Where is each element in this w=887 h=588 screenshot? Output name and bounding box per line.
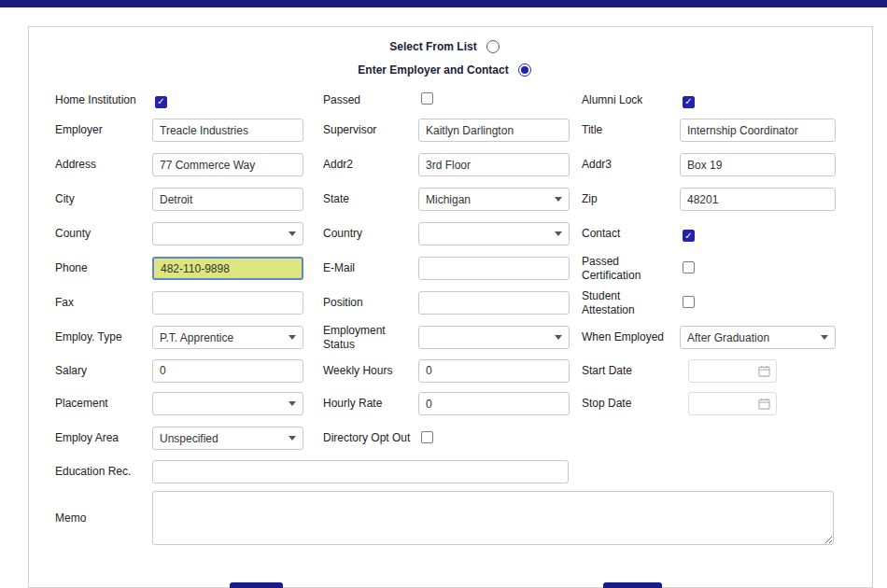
employer-label: Employer [55,123,152,137]
weekly-hours-input[interactable] [418,359,570,383]
addr3-label: Addr3 [582,158,680,172]
city-input[interactable] [152,188,303,211]
stop-date-label: Stop Date [582,397,680,411]
hourly-rate-label: Hourly Rate [323,397,418,411]
form-row: Address Addr2 Addr3 [55,147,834,182]
position-input[interactable] [418,291,570,315]
when-employed-select[interactable]: After Graduation [680,326,836,349]
reset-button[interactable]: Reset [230,582,283,588]
form-row: Employer Supervisor Title [55,113,834,147]
passed-label: Passed [323,93,418,107]
country-select[interactable] [418,222,570,245]
form-row: Phone E-Mail Passed Certification [55,251,834,286]
calendar-icon [758,398,770,410]
form-row: Fax Position Student Attestation [55,286,834,320]
education-rec-input[interactable] [152,460,569,483]
chevron-down-icon [289,231,296,236]
county-label: County [55,227,152,241]
fax-label: Fax [55,296,152,310]
student-attestation-label: Student Attestation [582,289,680,317]
chevron-down-icon [555,335,562,340]
form-row: Education Rec. [55,455,834,487]
form-row: Home Institution Passed Alumni Lock [55,87,834,113]
form-row: City State Michigan Zip [55,182,834,217]
alumni-lock-checkbox[interactable] [683,96,695,108]
zip-input[interactable] [680,188,836,211]
when-employed-label: When Employed [582,330,680,344]
addr3-input[interactable] [680,153,836,176]
employment-status-label: Employment Status [323,324,418,352]
employment-status-select[interactable] [418,326,570,349]
employer-input[interactable] [152,119,303,142]
form-actions: Reset Submit [55,549,834,588]
chevron-down-icon [555,197,562,202]
supervisor-input[interactable] [418,119,570,142]
form-body: Home Institution Passed Alumni Lock Empl… [55,87,834,549]
passed-certification-checkbox[interactable] [683,261,695,273]
employ-area-label: Employ Area [55,431,152,445]
directory-opt-out-label: Directory Opt Out [323,431,418,445]
form-row: Employ Area Unspecified Directory Opt Ou… [55,421,834,455]
start-date-label: Start Date [582,364,680,378]
student-attestation-checkbox[interactable] [683,296,695,308]
supervisor-label: Supervisor [323,123,418,137]
email-input[interactable] [418,257,570,280]
enter-employer-radio[interactable] [518,63,531,77]
submit-button[interactable]: Submit [603,582,662,588]
employ-area-select[interactable]: Unspecified [152,427,303,450]
enter-employer-row: Enter Employer and Contact [55,58,834,81]
fax-input[interactable] [152,291,303,315]
memo-label: Memo [55,511,152,525]
county-select[interactable] [152,222,303,245]
title-input[interactable] [680,119,836,142]
salary-input[interactable] [152,359,303,383]
address-label: Address [55,158,152,172]
when-employed-select-value: After Graduation [687,331,769,344]
employ-type-label: Employ. Type [55,330,152,344]
contact-checkbox[interactable] [683,230,695,242]
chevron-down-icon [289,436,296,441]
employ-type-select-value: P.T. Apprentice [160,331,233,344]
passed-certification-label: Passed Certification [582,255,680,283]
addr2-input[interactable] [418,153,570,176]
country-label: Country [323,227,418,241]
title-label: Title [582,123,680,137]
chevron-down-icon [289,335,296,340]
addr2-label: Addr2 [323,158,418,172]
form-row: Placement Hourly Rate Stop Date [55,386,834,421]
start-date-input[interactable] [688,359,777,383]
select-from-list-label: Select From List [389,40,476,53]
phone-input[interactable] [152,257,303,280]
select-from-list-radio[interactable] [486,40,500,53]
chevron-down-icon [821,335,828,340]
contact-label: Contact [582,227,680,241]
chevron-down-icon [289,401,296,406]
hourly-rate-input[interactable] [418,392,570,415]
form-row: County Country Contact [55,217,834,251]
education-rec-label: Education Rec. [55,465,152,479]
enter-employer-label: Enter Employer and Contact [358,63,508,77]
top-accent-bar [0,0,887,7]
memo-textarea[interactable] [152,491,834,545]
passed-checkbox[interactable] [421,92,433,105]
alumni-lock-label: Alumni Lock [582,93,680,107]
placement-label: Placement [55,397,152,411]
chevron-down-icon [555,231,562,236]
salary-label: Salary [55,364,152,378]
placement-select[interactable] [152,392,303,415]
phone-label: Phone [55,261,152,275]
state-select[interactable]: Michigan [418,188,570,211]
form-row: Salary Weekly Hours Start Date [55,355,834,386]
calendar-icon [758,365,770,377]
address-input[interactable] [152,153,303,176]
form-row: Employ. Type P.T. Apprentice Employment … [55,320,834,355]
employer-contact-form-panel: Select From List Enter Employer and Cont… [28,26,873,588]
stop-date-input[interactable] [688,392,777,415]
home-institution-checkbox[interactable] [155,96,167,108]
employ-type-select[interactable]: P.T. Apprentice [152,326,303,349]
select-from-list-row: Select From List [55,35,834,58]
directory-opt-out-checkbox[interactable] [421,431,433,443]
home-institution-label: Home Institution [55,93,152,107]
state-select-value: Michigan [426,193,471,206]
form-row: Memo [55,487,834,549]
